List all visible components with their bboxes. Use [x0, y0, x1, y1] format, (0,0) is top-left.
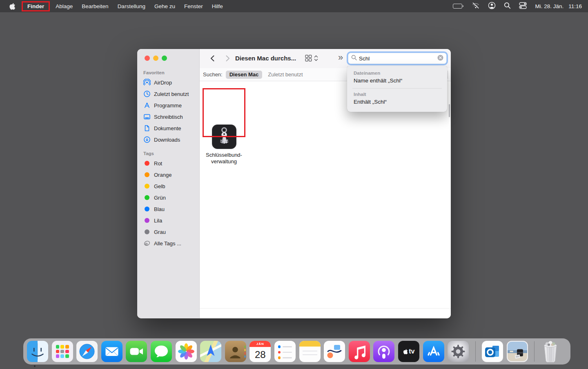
tag-label: Grün [154, 195, 166, 201]
dock-contacts-icon[interactable] [225, 341, 246, 362]
dock-launchpad-icon[interactable] [52, 341, 73, 362]
suggestion-item-contains[interactable]: Enthält „Schl“ [347, 98, 447, 107]
tag-dot-gray [143, 229, 151, 234]
window-controls [145, 56, 167, 61]
tag-dot-orange [143, 172, 151, 177]
dock-music-icon[interactable] [349, 341, 370, 362]
dock-trash-icon[interactable] [541, 340, 560, 363]
dock-safari-icon[interactable] [76, 341, 98, 362]
dock-photos-icon[interactable] [176, 341, 197, 362]
search-input[interactable]: Schl [348, 53, 447, 64]
menu-item-ablage[interactable]: Ablage [51, 3, 77, 9]
sidebar-item-label: AirDrop [154, 80, 172, 86]
menu-item-fenster[interactable]: Fenster [180, 3, 207, 9]
scrollbar-thumb[interactable] [449, 104, 450, 117]
sidebar-item-documents[interactable]: Dokumente [137, 122, 199, 134]
sidebar-item-recents[interactable]: Zuletzt benutzt [137, 88, 199, 100]
dock-downloads-stack-icon[interactable] [507, 341, 528, 362]
dock-mail-icon[interactable] [101, 341, 122, 362]
tag-dot-green [143, 195, 151, 200]
dock-finder-icon[interactable] [27, 341, 48, 362]
sidebar-item-desktop[interactable]: Schreibtisch [137, 111, 199, 122]
sidebar-tag-lila[interactable]: Lila [137, 215, 199, 226]
search-results: Schlüsselbund- verwaltung [200, 82, 451, 308]
dock-reminders-icon[interactable] [274, 341, 296, 362]
suggestion-header-filenames: Dateinamen [347, 71, 447, 76]
toolbar-overflow-button[interactable]: » [338, 52, 343, 63]
scope-recents[interactable]: Zuletzt benutzt [268, 71, 303, 78]
dock-tv-icon[interactable]: tv [398, 341, 419, 362]
scope-label: Suchen: [203, 71, 223, 78]
scope-this-mac[interactable]: Diesen Mac [226, 71, 263, 79]
suggestion-divider [352, 88, 442, 89]
suggestion-item-name-contains[interactable]: Name enthält „Schl“ [347, 77, 447, 85]
apple-logo-icon[interactable] [6, 2, 18, 10]
menu-item-gehe-zu[interactable]: Gehe zu [150, 3, 180, 9]
tag-label: Gelb [154, 183, 165, 189]
dock-app-store-icon[interactable] [423, 341, 444, 362]
user-switch-icon[interactable] [488, 2, 496, 11]
dock-freeform-icon[interactable] [324, 341, 345, 362]
sidebar-tag-orange[interactable]: Orange [137, 169, 199, 180]
finder-toolbar: Diesen Mac durchs... » Schl [200, 49, 451, 68]
sort-chevrons-icon [314, 55, 318, 63]
close-window-button[interactable] [145, 56, 150, 61]
minimize-window-button[interactable] [153, 56, 158, 61]
menubar-clock[interactable]: Mi. 28. Jän. 11:16 [535, 3, 582, 9]
control-center-icon[interactable] [519, 2, 527, 10]
forward-button[interactable] [223, 54, 232, 64]
clear-search-button[interactable] [437, 55, 443, 62]
downloads-icon [143, 136, 151, 143]
scope-divider [448, 71, 448, 79]
menu-item-finder[interactable]: Finder [22, 1, 50, 11]
dock-maps-icon[interactable] [200, 341, 221, 362]
sidebar-item-airdrop[interactable]: AirDrop [137, 77, 199, 88]
tag-label: Lila [154, 218, 162, 224]
spotlight-search-icon[interactable] [504, 2, 511, 10]
calendar-month-label: JÄN [249, 341, 271, 347]
zoom-window-button[interactable] [162, 56, 167, 61]
sidebar-item-label: Downloads [154, 137, 180, 143]
dock-calendar-icon[interactable]: JÄN 28 [249, 341, 271, 362]
sidebar-item-applications[interactable]: Programme [137, 100, 199, 111]
dock-outlook-icon[interactable] [482, 341, 503, 362]
all-tags-icon [143, 240, 151, 247]
menu-item-darstellung[interactable]: Darstellung [113, 3, 150, 9]
sidebar-tag-rot[interactable]: Rot [137, 158, 199, 169]
finder-sidebar: Favoriten AirDrop Zuletzt benutzt Progra… [137, 49, 200, 318]
tag-dot-red [143, 161, 151, 166]
document-icon [143, 124, 151, 132]
sidebar-tag-grau[interactable]: Grau [137, 226, 199, 238]
view-mode-control[interactable] [305, 55, 318, 63]
sidebar-item-label: Schreibtisch [154, 114, 183, 120]
keychain-icon [212, 124, 237, 149]
menu-item-hilfe[interactable]: Hilfe [207, 3, 227, 9]
dock-divider [534, 341, 535, 362]
back-button[interactable] [209, 54, 217, 64]
wifi-off-icon[interactable] [472, 2, 480, 10]
dock-system-settings-icon[interactable] [448, 341, 469, 362]
result-label-line1: Schlüsselbund- [204, 152, 244, 158]
menu-item-bearbeiten[interactable]: Bearbeiten [77, 3, 113, 9]
sidebar-tag-gelb[interactable]: Gelb [137, 180, 199, 192]
dock-notes-icon[interactable] [299, 341, 321, 362]
sidebar-tag-gruen[interactable]: Grün [137, 192, 199, 203]
sidebar-item-downloads[interactable]: Downloads [137, 134, 199, 145]
tag-dot-yellow [143, 184, 151, 189]
tv-logo-text: tv [409, 348, 414, 355]
finder-window: Favoriten AirDrop Zuletzt benutzt Progra… [137, 49, 451, 318]
sidebar-all-tags[interactable]: Alle Tags ... [137, 238, 199, 249]
dock-podcasts-icon[interactable] [373, 341, 394, 362]
menubar-time: 11:16 [568, 3, 582, 9]
dock-facetime-icon[interactable] [126, 341, 147, 362]
tag-dot-purple [143, 218, 151, 223]
tag-label: Grau [154, 229, 166, 235]
all-tags-label: Alle Tags ... [154, 240, 181, 247]
tag-label: Rot [154, 160, 162, 167]
result-item-keychain[interactable]: Schlüsselbund- verwaltung [204, 122, 244, 164]
sidebar-tag-blau[interactable]: Blau [137, 203, 199, 215]
search-suggestions-dropdown: Dateinamen Name enthält „Schl“ Inhalt En… [347, 66, 447, 112]
dock-messages-icon[interactable] [151, 341, 172, 362]
battery-icon[interactable] [453, 4, 463, 9]
sidebar-item-label: Zuletzt benutzt [154, 91, 189, 97]
